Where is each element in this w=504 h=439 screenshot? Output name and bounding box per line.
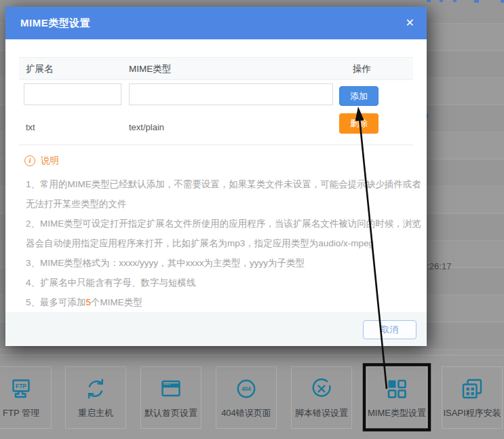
cancel-button[interactable]: 取消 — [363, 320, 416, 339]
row-separator — [19, 145, 413, 145]
restart-icon — [83, 377, 108, 401]
notice-text: 1、常用的MIME类型已经默认添加，不需要设置，如果某类文件未设置，可能会提示缺… — [26, 174, 409, 312]
close-icon[interactable]: ✕ — [406, 16, 414, 30]
cutoff-icon-fragment — [453, 0, 457, 2]
toolbar-card-404[interactable]: 404 404错误页面 — [216, 366, 277, 429]
notice-line: 4、扩展名中只能含有字母、数字与短横线 — [26, 273, 409, 292]
modal-header: MIME类型设置 ✕ — [5, 7, 427, 39]
ftp-monitor-icon: FTP — [9, 377, 33, 401]
circle-x-icon — [309, 377, 334, 401]
row-extension-value: txt — [26, 117, 35, 138]
svg-text:FTP: FTP — [16, 383, 26, 389]
toolbar-card-mime-settings[interactable]: MIME类型设置 — [366, 366, 427, 429]
toolbar-card-label: FTP 管理 — [3, 407, 39, 419]
column-header-mime-type: MIME类型 — [129, 58, 171, 81]
modal-title: MIME类型设置 — [20, 17, 90, 30]
notice-line: 1、常用的MIME类型已经默认添加，不需要设置，如果某类文件未设置，可能会提示缺… — [26, 174, 409, 194]
delete-button[interactable]: 删除 — [339, 113, 379, 134]
toolbar-card-ftp[interactable]: FTP FTP 管理 — [0, 366, 52, 429]
browser-window-icon — [159, 377, 183, 401]
backdrop-section-divider — [0, 355, 504, 356]
toolbar-card-label: MIME类型设置 — [368, 407, 426, 419]
cutoff-icon-fragment — [474, 0, 479, 3]
toolbar-card-label: 404错误页面 — [221, 407, 271, 419]
mime-type-input[interactable] — [129, 83, 333, 105]
toolbar-card-label: 重启主机 — [78, 407, 113, 419]
notice-line: 器会自动使用指定应用程序来打开，比如扩展名为mp3，指定应用类型为audio/x… — [26, 233, 409, 253]
info-icon: i — [24, 155, 35, 166]
toolbar-card-label: 脚本错误设置 — [295, 407, 348, 419]
screen: 4:26:17 FTP FTP 管理 重启主机 — [0, 0, 504, 439]
table-header-row: 扩展名 MIME类型 操作 — [19, 57, 413, 80]
modal-footer: 取消 — [5, 312, 427, 346]
four-squares-icon — [385, 377, 409, 401]
notice-line: 无法打开某些类型的文件 — [26, 194, 409, 214]
bottom-toolbar: FTP FTP 管理 重启主机 — [0, 366, 504, 429]
cutoff-icon-fragment — [440, 0, 443, 2]
mime-settings-modal: MIME类型设置 ✕ 扩展名 MIME类型 操作 添加 txt text/pla… — [5, 7, 427, 346]
extension-input[interactable] — [24, 83, 121, 105]
notice-line: 5、最多可添加5个MIME类型 — [26, 292, 409, 312]
max-count-highlight: 5 — [86, 297, 92, 307]
svg-text:404: 404 — [241, 386, 251, 392]
notice-title: 说明 — [41, 155, 59, 167]
404-circle-icon: 404 — [234, 377, 258, 401]
toolbar-card-script-error[interactable]: 脚本错误设置 — [291, 366, 352, 429]
toolbar-card-restart[interactable]: 重启主机 — [65, 366, 126, 429]
toolbar-card-default-page[interactable]: 默认首页设置 — [140, 366, 201, 429]
column-header-extension: 扩展名 — [26, 58, 54, 81]
notice-line: 3、MIME类型格式为：xxxx/yyyy，其中xxxx为主类型，yyyy为子类… — [26, 253, 409, 273]
stacked-windows-icon — [460, 377, 484, 401]
toolbar-card-isapi[interactable]: ISAPI程序安装 — [442, 366, 503, 429]
row-mime-value: text/plain — [129, 117, 164, 138]
toolbar-card-label: ISAPI程序安装 — [443, 407, 501, 419]
toolbar-card-label: 默认首页设置 — [144, 407, 197, 419]
column-header-action: 操作 — [353, 58, 371, 81]
cutoff-icon-fragment — [427, 0, 431, 2]
cutoff-icon-fragment — [501, 0, 504, 3]
add-button[interactable]: 添加 — [339, 86, 379, 106]
notice-line: 2、MIME类型可设定打开指定扩展名文件所使用的应用程序，当该扩展名文件被访问的… — [26, 214, 409, 233]
